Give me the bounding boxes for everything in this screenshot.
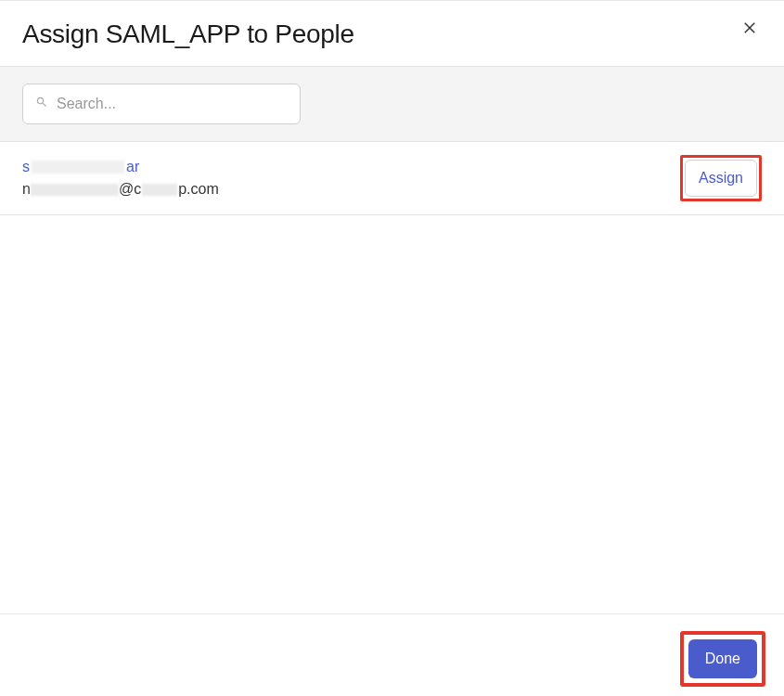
search-input[interactable] [22, 84, 301, 124]
user-list: s ar n @ c p.com Assign [0, 142, 784, 215]
search-bar [0, 67, 784, 142]
redacted-name [32, 161, 124, 174]
user-email-prefix: n [22, 181, 31, 198]
assign-highlight: Assign [680, 155, 762, 201]
user-name-suffix: ar [126, 159, 139, 175]
close-icon [741, 19, 758, 39]
user-name-prefix: s [22, 159, 30, 175]
modal-header: Assign SAML_APP to People [0, 0, 784, 67]
user-row: s ar n @ c p.com Assign [0, 142, 784, 215]
user-email-domain-suffix: p.com [178, 181, 219, 198]
redacted-email-user [31, 184, 119, 196]
search-input-wrapper [22, 84, 301, 124]
user-email-domain-prefix: c [134, 181, 141, 198]
modal-footer: Done [0, 613, 784, 696]
user-email-at: @ [119, 181, 134, 198]
close-button[interactable] [738, 16, 762, 43]
redacted-email-domain [142, 184, 177, 196]
modal-title: Assign SAML_APP to People [22, 19, 354, 49]
user-email: n @ c p.com [22, 181, 219, 198]
done-highlight: Done [680, 631, 765, 687]
user-name[interactable]: s ar [22, 159, 219, 175]
done-button[interactable]: Done [688, 639, 757, 678]
user-info: s ar n @ c p.com [22, 159, 219, 198]
assign-button[interactable]: Assign [685, 160, 757, 197]
